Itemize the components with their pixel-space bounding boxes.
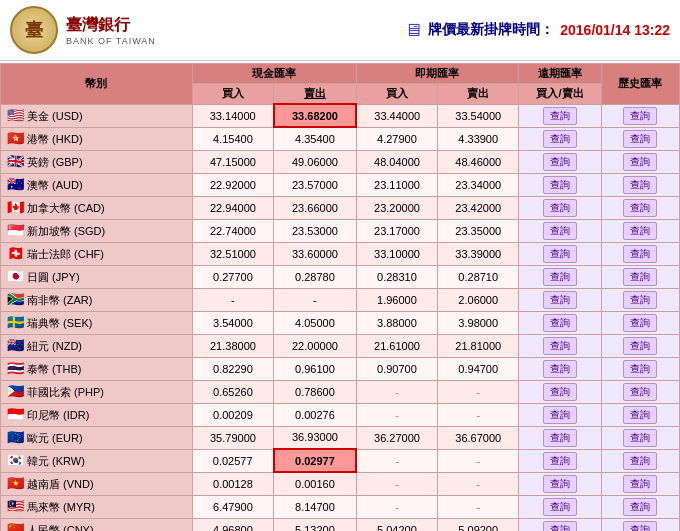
history-cell[interactable]: 查詢 — [601, 518, 679, 531]
forward-cell[interactable]: 查詢 — [519, 380, 602, 403]
history-query-button[interactable]: 查詢 — [623, 337, 657, 355]
forward-cell[interactable]: 查詢 — [519, 495, 602, 518]
history-query-button[interactable]: 查詢 — [623, 475, 657, 493]
forward-query-button[interactable]: 查詢 — [543, 383, 577, 401]
forward-query-button[interactable]: 查詢 — [543, 291, 577, 309]
history-query-button[interactable]: 查詢 — [623, 199, 657, 217]
imm-sell-cell: 23.35000 — [438, 219, 519, 242]
spot-buy-cell: 6.47900 — [192, 495, 274, 518]
history-cell[interactable]: 查詢 — [601, 219, 679, 242]
history-query-button[interactable]: 查詢 — [623, 429, 657, 447]
history-cell[interactable]: 查詢 — [601, 403, 679, 426]
forward-query-button[interactable]: 查詢 — [543, 107, 577, 125]
currency-name: 日圓 (JPY) — [27, 271, 80, 283]
history-cell[interactable]: 查詢 — [601, 173, 679, 196]
history-cell[interactable]: 查詢 — [601, 288, 679, 311]
forward-query-button[interactable]: 查詢 — [543, 337, 577, 355]
table-row: 🇮🇩印尼幣 (IDR)0.002090.00276--查詢查詢 — [1, 403, 680, 426]
forward-query-button[interactable]: 查詢 — [543, 153, 577, 171]
forward-query-button[interactable]: 查詢 — [543, 245, 577, 263]
forward-cell[interactable]: 查詢 — [519, 357, 602, 380]
history-cell[interactable]: 查詢 — [601, 472, 679, 495]
table-row: 🇳🇿紐元 (NZD)21.3800022.0000021.6100021.810… — [1, 334, 680, 357]
history-cell[interactable]: 查詢 — [601, 150, 679, 173]
forward-query-button[interactable]: 查詢 — [543, 475, 577, 493]
imm-buy-cell: 5.04200 — [356, 518, 438, 531]
history-cell[interactable]: 查詢 — [601, 449, 679, 472]
spot-buy-cell: 0.27700 — [192, 265, 274, 288]
forward-query-button[interactable]: 查詢 — [543, 498, 577, 516]
currency-name: 新加坡幣 (SGD) — [27, 225, 105, 237]
flag-icon: 🇯🇵 — [7, 268, 24, 284]
history-query-button[interactable]: 查詢 — [623, 176, 657, 194]
forward-cell[interactable]: 查詢 — [519, 311, 602, 334]
imm-buy-cell: - — [356, 472, 438, 495]
history-query-button[interactable]: 查詢 — [623, 406, 657, 424]
forward-query-button[interactable]: 查詢 — [543, 176, 577, 194]
forward-cell[interactable]: 查詢 — [519, 219, 602, 242]
forward-query-button[interactable]: 查詢 — [543, 199, 577, 217]
history-cell[interactable]: 查詢 — [601, 265, 679, 288]
history-query-button[interactable]: 查詢 — [623, 498, 657, 516]
history-query-button[interactable]: 查詢 — [623, 383, 657, 401]
forward-query-button[interactable]: 查詢 — [543, 406, 577, 424]
history-query-button[interactable]: 查詢 — [623, 291, 657, 309]
currency-cell: 🇦🇺澳幣 (AUD) — [1, 173, 193, 196]
forward-query-button[interactable]: 查詢 — [543, 452, 577, 470]
forward-cell[interactable]: 查詢 — [519, 196, 602, 219]
forward-cell[interactable]: 查詢 — [519, 426, 602, 449]
forward-query-button[interactable]: 查詢 — [543, 130, 577, 148]
imm-sell-cell: - — [438, 403, 519, 426]
history-query-button[interactable]: 查詢 — [623, 452, 657, 470]
imm-sell-cell: 33.39000 — [438, 242, 519, 265]
history-query-button[interactable]: 查詢 — [623, 222, 657, 240]
history-cell[interactable]: 查詢 — [601, 127, 679, 150]
history-cell[interactable]: 查詢 — [601, 380, 679, 403]
history-cell[interactable]: 查詢 — [601, 357, 679, 380]
history-query-button[interactable]: 查詢 — [623, 360, 657, 378]
spot-sell-cell: 0.96100 — [274, 357, 356, 380]
history-query-button[interactable]: 查詢 — [623, 130, 657, 148]
spot-sell-cell: 4.35400 — [274, 127, 356, 150]
forward-query-button[interactable]: 查詢 — [543, 222, 577, 240]
history-cell[interactable]: 查詢 — [601, 334, 679, 357]
forward-query-button[interactable]: 查詢 — [543, 521, 577, 532]
history-cell[interactable]: 查詢 — [601, 196, 679, 219]
history-cell[interactable]: 查詢 — [601, 495, 679, 518]
history-query-button[interactable]: 查詢 — [623, 107, 657, 125]
imm-buy-cell: 23.17000 — [356, 219, 438, 242]
forward-cell[interactable]: 查詢 — [519, 173, 602, 196]
history-cell[interactable]: 查詢 — [601, 242, 679, 265]
forward-query-button[interactable]: 查詢 — [543, 360, 577, 378]
forward-cell[interactable]: 查詢 — [519, 472, 602, 495]
forward-cell[interactable]: 查詢 — [519, 242, 602, 265]
forward-cell[interactable]: 查詢 — [519, 288, 602, 311]
forward-cell[interactable]: 查詢 — [519, 449, 602, 472]
forward-cell[interactable]: 查詢 — [519, 127, 602, 150]
history-query-button[interactable]: 查詢 — [623, 521, 657, 532]
currency-name: 南非幣 (ZAR) — [27, 294, 92, 306]
currency-cell: 🇳🇿紐元 (NZD) — [1, 334, 193, 357]
forward-query-button[interactable]: 查詢 — [543, 314, 577, 332]
forward-cell[interactable]: 查詢 — [519, 518, 602, 531]
history-cell[interactable]: 查詢 — [601, 311, 679, 334]
col-immediate-header: 即期匯率 — [356, 64, 519, 84]
bank-name-en: BANK OF TAIWAN — [66, 36, 156, 46]
forward-query-button[interactable]: 查詢 — [543, 268, 577, 286]
spot-buy-cell: 0.02577 — [192, 449, 274, 472]
history-cell[interactable]: 查詢 — [601, 426, 679, 449]
forward-cell[interactable]: 查詢 — [519, 150, 602, 173]
forward-cell[interactable]: 查詢 — [519, 403, 602, 426]
history-cell[interactable]: 查詢 — [601, 104, 679, 127]
history-query-button[interactable]: 查詢 — [623, 314, 657, 332]
history-query-button[interactable]: 查詢 — [623, 153, 657, 171]
forward-cell[interactable]: 查詢 — [519, 104, 602, 127]
history-query-button[interactable]: 查詢 — [623, 268, 657, 286]
forward-cell[interactable]: 查詢 — [519, 265, 602, 288]
spot-sell-cell: - — [274, 288, 356, 311]
forward-cell[interactable]: 查詢 — [519, 334, 602, 357]
forward-query-button[interactable]: 查詢 — [543, 429, 577, 447]
history-query-button[interactable]: 查詢 — [623, 245, 657, 263]
table-row: 🇲🇾馬來幣 (MYR)6.479008.14700--查詢查詢 — [1, 495, 680, 518]
spot-sell-cell: 0.78600 — [274, 380, 356, 403]
